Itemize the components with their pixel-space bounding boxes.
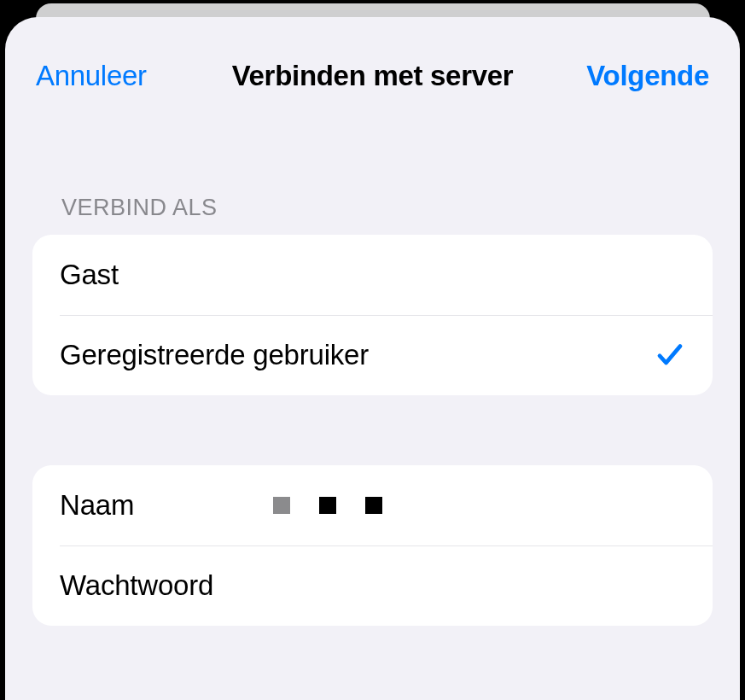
mask-dot-icon	[365, 497, 382, 514]
registered-option-label: Geregistreerde gebruiker	[60, 339, 369, 371]
modal-title: Verbinden met server	[232, 60, 514, 92]
connect-as-section-header: Verbind als	[32, 195, 713, 235]
password-field-row[interactable]: Wachtwoord	[32, 545, 713, 626]
name-field-label: Naam	[60, 489, 273, 522]
mask-dot-icon	[273, 497, 290, 514]
checkmark-icon	[655, 340, 685, 370]
credentials-group: Naam Wachtwoord	[32, 465, 713, 626]
name-field-value	[273, 497, 382, 514]
connect-as-guest-row[interactable]: Gast	[32, 235, 713, 315]
modal-header: Annuleer Verbinden met server Volgende	[5, 17, 740, 102]
connect-as-registered-row[interactable]: Geregistreerde gebruiker	[32, 315, 713, 395]
connect-to-server-sheet: Annuleer Verbinden met server Volgende V…	[5, 17, 740, 700]
mask-dot-icon	[319, 497, 336, 514]
next-button[interactable]: Volgende	[586, 60, 709, 92]
password-field-label: Wachtwoord	[60, 569, 273, 602]
guest-option-label: Gast	[60, 259, 119, 291]
connect-as-group: Gast Geregistreerde gebruiker	[32, 235, 713, 395]
password-input[interactable]	[273, 569, 685, 602]
name-field-row[interactable]: Naam	[32, 465, 713, 545]
cancel-button[interactable]: Annuleer	[36, 60, 147, 92]
